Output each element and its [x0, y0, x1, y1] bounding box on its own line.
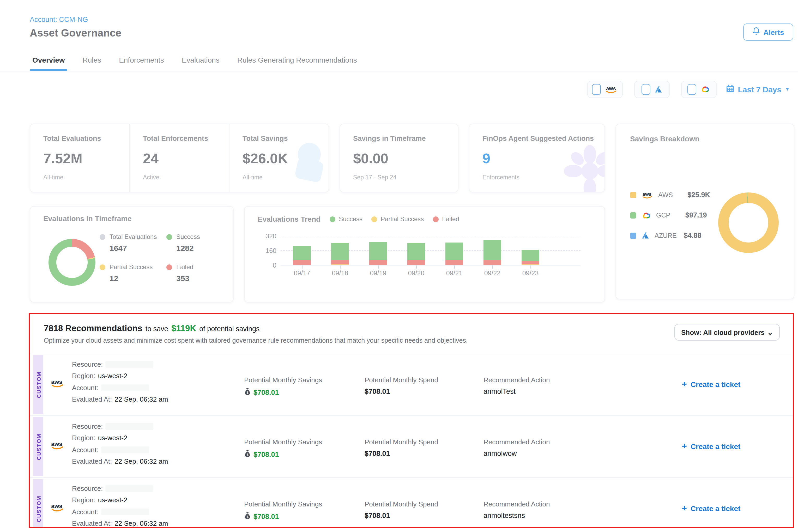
x-axis-label: 09/17 [283, 270, 321, 277]
bar-segment-success [445, 243, 463, 260]
evaluations-trend-header: Evaluations Trend Success Partial Succes… [258, 215, 459, 223]
create-ticket-button[interactable]: + Create a ticket [682, 505, 740, 513]
recommendation-row[interactable]: CUSTOM aws Resource: Region:us-west-2 Ac… [30, 415, 793, 477]
x-axis-label: 09/21 [435, 270, 474, 277]
legend-label: Failed [176, 263, 193, 271]
provider-filter-azure[interactable] [634, 81, 669, 98]
provider-filter-gcp[interactable] [681, 81, 716, 98]
money-bag-icon: $ [244, 512, 251, 521]
trend-legend-partial-success: Partial Success [372, 215, 424, 223]
create-ticket-button[interactable]: + Create a ticket [682, 442, 740, 451]
recommendation-row[interactable]: CUSTOM aws Resource: Region:us-west-2 Ac… [30, 354, 793, 415]
stat-value: 24 [143, 151, 229, 167]
redacted-account-value [101, 446, 149, 453]
partial-success-dot [372, 216, 377, 222]
svg-text:$: $ [246, 453, 249, 457]
stat-label: Total Savings [243, 135, 328, 142]
y-tick-0: 0 [255, 262, 277, 269]
plus-icon: + [682, 381, 687, 388]
date-range-picker[interactable]: Last 7 Days ▼ [726, 84, 790, 94]
legend-item-azure: AZURE $4.88 [630, 232, 710, 240]
donut-hole [729, 203, 768, 243]
x-axis-tick [454, 265, 455, 269]
money-bag-icon: $ [244, 450, 251, 459]
bar-segment-failed [369, 261, 387, 265]
bar-segment-success [293, 246, 311, 260]
bar-segment-failed [483, 260, 501, 265]
legend-item-gcp: GCP $97.19 [630, 211, 710, 219]
resource-details: Resource: Region:us-west-2 Account: Eval… [72, 422, 168, 466]
legend-value: 353 [166, 274, 225, 283]
trend-bar-chart: 320 160 0 09/1709/1809/1909/2009/2109/22… [281, 230, 581, 265]
x-axis-label: 09/23 [511, 270, 550, 277]
aws-icon: aws [51, 378, 64, 387]
tab-rules[interactable]: Rules [80, 49, 104, 70]
legend-item-total-evaluations: Total Evaluations 1647 [100, 233, 166, 252]
tab-overview[interactable]: Overview [30, 49, 68, 70]
potential-monthly-spend-label: Potential Monthly Spend [365, 376, 438, 384]
resource-details: Resource: Region:us-west-2 Account: Eval… [72, 360, 168, 403]
create-ticket-button[interactable]: + Create a ticket [682, 380, 740, 388]
success-dot [329, 216, 335, 222]
trend-bar-09/23 [521, 250, 539, 265]
potential-monthly-savings-label: Potential Monthly Savings [244, 500, 322, 508]
legend-label: GCP [656, 211, 680, 219]
legend-value: 1647 [100, 244, 166, 252]
bar-segment-success [483, 240, 501, 260]
x-axis-label: 09/22 [473, 270, 512, 277]
savings-in-timeframe-card: Savings in Timeframe $0.00 Sep 17 - Sep … [340, 124, 458, 192]
potential-monthly-savings-value: $ $708.01 [244, 450, 279, 459]
legend-label: Success [339, 215, 362, 223]
svg-text:$: $ [246, 391, 249, 395]
tab-evaluations[interactable]: Evaluations [179, 49, 222, 70]
x-axis-tick [530, 265, 531, 269]
bar-segment-success [521, 250, 539, 261]
stat-value: $26.0K [243, 151, 328, 167]
success-dot [166, 234, 172, 240]
plus-icon: + [682, 443, 687, 450]
recommended-action-label: Recommended Action [483, 438, 550, 446]
gcp-checkbox[interactable] [687, 84, 696, 95]
legend-item-partial-success: Partial Success 12 [100, 263, 166, 283]
stat-value: 9 [482, 151, 605, 167]
evaluations-timeframe-title: Evaluations in Timeframe [43, 214, 132, 223]
legend-label: Success [176, 233, 200, 241]
provider-filter-aws[interactable]: aws [587, 81, 623, 98]
legend-value: 1282 [166, 244, 225, 252]
svg-text:$: $ [246, 515, 249, 519]
redacted-resource-value [106, 423, 154, 430]
trend-bar-09/18 [331, 243, 349, 265]
potential-monthly-savings-value: $ $708.01 [244, 387, 279, 397]
azure-checkbox[interactable] [641, 84, 650, 95]
chevron-down-icon: ⌄ [767, 328, 773, 336]
page-title: Asset Governance [30, 27, 121, 39]
legend-item-failed: Failed 353 [166, 263, 225, 283]
stat-value: 7.52M [43, 151, 129, 167]
legend-label: Total Evaluations [110, 233, 157, 241]
stat-caption: Enforcements [482, 174, 605, 180]
cloud-provider-filter-dropdown[interactable]: Show: All cloud providers ⌄ [674, 324, 780, 341]
aws-icon: aws [605, 85, 618, 93]
date-range-label: Last 7 Days [738, 85, 781, 94]
tab-enforcements[interactable]: Enforcements [116, 49, 167, 70]
failed-dot [166, 264, 172, 270]
redacted-account-value [101, 384, 149, 391]
aws-checkbox[interactable] [592, 84, 601, 95]
gcp-color-swatch [630, 212, 636, 218]
aws-icon: aws [51, 502, 64, 512]
trend-bar-09/19 [369, 242, 387, 265]
redacted-account-value [101, 508, 149, 515]
account-breadcrumb[interactable]: Account: CCM-NG [30, 16, 88, 23]
alerts-button[interactable]: Alerts [743, 23, 793, 41]
potential-savings-amount: $119K [171, 323, 196, 333]
savings-breakdown-card: Savings Breakdown aws AWS $25.9K GCP $97… [615, 124, 794, 299]
stat-caption: All-time [43, 174, 129, 180]
recommended-action-label: Recommended Action [483, 376, 550, 384]
recommendation-row[interactable]: CUSTOM aws Resource: Region:us-west-2 Ac… [30, 477, 793, 528]
tab-rules-generating-recommendations[interactable]: Rules Generating Recommendations [235, 49, 360, 70]
aws-color-swatch [630, 192, 636, 198]
plus-icon: + [682, 505, 687, 512]
x-axis-tick [492, 265, 493, 269]
x-axis-tick [416, 265, 417, 269]
failed-dot [433, 216, 438, 222]
